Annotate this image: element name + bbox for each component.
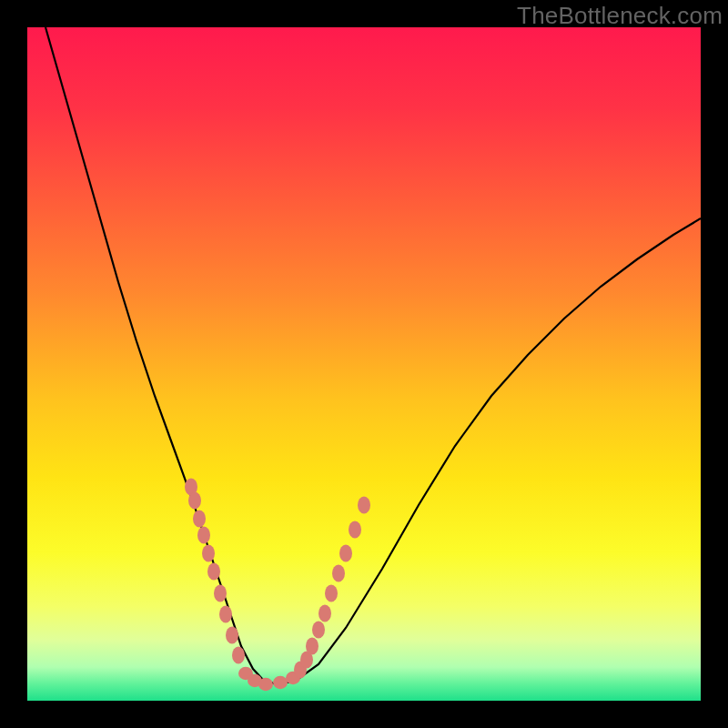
data-point [188,492,201,510]
data-point [349,521,361,539]
data-point [273,676,288,689]
plot-area [27,27,701,701]
data-point [193,511,206,528]
data-point [202,545,215,562]
data-point [318,605,331,622]
data-point [358,497,370,514]
data-point [312,622,325,639]
data-point [232,647,245,664]
data-point [325,585,338,602]
data-point [226,627,238,644]
data-point [197,527,210,544]
data-point [332,565,345,582]
bottleneck-curve [46,27,701,684]
chart-frame: TheBottleneck.com [0,0,728,728]
data-point [306,638,318,655]
data-point [339,545,352,562]
watermark-text: TheBottleneck.com [517,2,723,30]
data-point [258,678,273,691]
data-point [214,585,227,602]
data-point [207,563,220,581]
chart-overlay [27,27,701,701]
data-markers [185,479,370,692]
data-point [219,606,232,623]
